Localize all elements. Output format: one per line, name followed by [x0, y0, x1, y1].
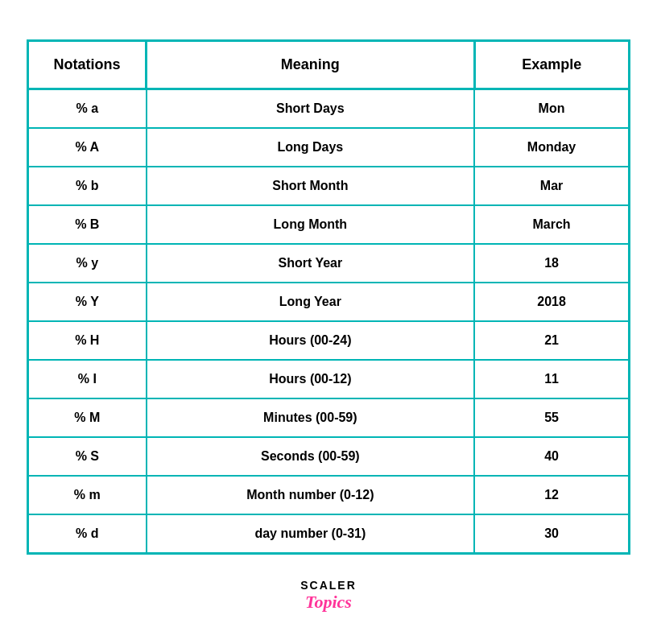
cell-notation: % Y — [28, 283, 147, 321]
cell-example: 40 — [474, 437, 629, 476]
header-notations: Notations — [28, 41, 147, 89]
cell-meaning: Short Days — [147, 89, 474, 129]
cell-meaning: Long Year — [147, 283, 474, 321]
cell-example: 18 — [474, 244, 629, 283]
table-row: % ALong DaysMonday — [28, 128, 630, 167]
table-row: % mMonth number (0-12)12 — [28, 476, 630, 514]
cell-example: Mon — [474, 89, 629, 129]
cell-example: 30 — [474, 514, 629, 554]
cell-notation: % S — [28, 437, 147, 476]
cell-meaning: Month number (0-12) — [147, 476, 474, 514]
cell-example: 2018 — [474, 283, 629, 321]
table-header-row: Notations Meaning Example — [28, 41, 630, 89]
cell-meaning: Minutes (00-59) — [147, 398, 474, 437]
cell-example: 55 — [474, 398, 629, 437]
cell-example: 12 — [474, 476, 629, 514]
table-row: % yShort Year18 — [28, 244, 630, 283]
main-container: Notations Meaning Example % aShort DaysM… — [27, 7, 630, 637]
table-row: % IHours (00-12)11 — [28, 360, 630, 398]
cell-example: Monday — [474, 128, 629, 167]
table-row: % dday number (0-31)30 — [28, 514, 630, 554]
table-row: % SSeconds (00-59)40 — [28, 437, 630, 476]
notations-table: Notations Meaning Example % aShort DaysM… — [27, 39, 630, 555]
cell-notation: % M — [28, 398, 147, 437]
cell-example: 11 — [474, 360, 629, 398]
cell-notation: % B — [28, 205, 147, 244]
cell-example: 21 — [474, 321, 629, 360]
table-row: % HHours (00-24)21 — [28, 321, 630, 360]
table-row: % BLong MonthMarch — [28, 205, 630, 244]
cell-meaning: Hours (00-12) — [147, 360, 474, 398]
cell-notation: % m — [28, 476, 147, 514]
table-row: % bShort MonthMar — [28, 167, 630, 205]
cell-notation: % b — [28, 167, 147, 205]
cell-meaning: Seconds (00-59) — [147, 437, 474, 476]
cell-meaning: day number (0-31) — [147, 514, 474, 554]
cell-example: Mar — [474, 167, 629, 205]
cell-meaning: Short Month — [147, 167, 474, 205]
cell-notation: % A — [28, 128, 147, 167]
header-meaning: Meaning — [147, 41, 474, 89]
table-row: % MMinutes (00-59)55 — [28, 398, 630, 437]
cell-meaning: Hours (00-24) — [147, 321, 474, 360]
scaler-label: SCALER — [300, 579, 357, 592]
topics-label: Topics — [305, 592, 352, 613]
cell-meaning: Long Month — [147, 205, 474, 244]
cell-notation: % H — [28, 321, 147, 360]
footer: SCALER Topics — [27, 579, 630, 613]
cell-meaning: Short Year — [147, 244, 474, 283]
cell-notation: % I — [28, 360, 147, 398]
header-example: Example — [474, 41, 629, 89]
cell-notation: % y — [28, 244, 147, 283]
table-row: % aShort DaysMon — [28, 89, 630, 129]
cell-notation: % d — [28, 514, 147, 554]
cell-notation: % a — [28, 89, 147, 129]
cell-meaning: Long Days — [147, 128, 474, 167]
table-row: % YLong Year2018 — [28, 283, 630, 321]
cell-example: March — [474, 205, 629, 244]
